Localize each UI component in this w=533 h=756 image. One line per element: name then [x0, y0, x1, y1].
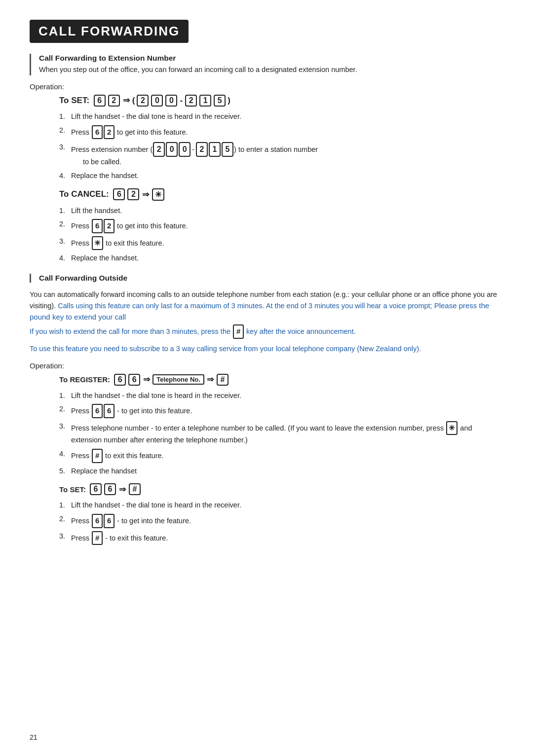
key-6-r2a: 6 [92, 404, 103, 418]
section2-desc-blue: Calls using this feature can only last f… [58, 302, 432, 310]
operation-label-2: Operation: [30, 361, 503, 370]
key-6-s2a: 6 [90, 483, 102, 495]
set2-label: To SET: [59, 485, 88, 494]
step-2-set: 2. Press 62 to get into this feature. [59, 125, 503, 140]
step-4-set: 4. Replace the handset. [59, 171, 503, 181]
step-1-set: 1. Lift the handset - the dial tone is h… [59, 111, 503, 122]
key-hash-reg: # [217, 374, 228, 386]
arrow-set2: ⇒ [119, 484, 126, 495]
cancel-steps-list: 1. Lift the handset. 2. Press 62 to get … [59, 206, 503, 264]
arrow-reg: ⇒ [143, 374, 150, 385]
register-label: To REGISTER: [59, 375, 112, 384]
key-1a: 1 [199, 95, 211, 107]
key-6-ss2a: 6 [92, 514, 103, 528]
arrow-reg2: ⇒ [207, 374, 214, 385]
section2-desc4: To use this feature you need to subscrib… [30, 344, 503, 355]
key-hash-r4: # [92, 449, 103, 463]
page-number: 21 [30, 733, 38, 741]
key-star-r3: ✳ [446, 421, 457, 435]
key-2-cancel: 2 [127, 188, 139, 200]
key-star-c3: ✳ [92, 236, 103, 251]
arrow-set: ⇒ [123, 95, 130, 106]
telephone-no-box: Telephone No. [152, 374, 204, 385]
cancel-label: To CANCEL: [59, 189, 111, 199]
key-0-ext1: 0 [166, 142, 178, 157]
section2-title: Call Forwarding Outside [39, 274, 503, 283]
key-6-ss2b: 6 [104, 514, 114, 528]
reg-step-2: 2. Press 66 - to get into this feature. [59, 404, 503, 418]
set-label: To SET: [59, 96, 92, 106]
section2-desc3: If you wish to extend the call for more … [30, 324, 503, 339]
key-6-s2: 6 [92, 125, 103, 140]
reg-step-3: 3. Press telephone number - to enter a t… [59, 421, 503, 446]
cancel-step-2: 2. Press 62 to get into this feature. [59, 219, 503, 233]
reg-step-1: 1. Lift the handset - the dial tone is h… [59, 391, 503, 401]
key-0a: 0 [151, 95, 163, 107]
set2-steps-list: 1. Lift the handset - the dial tone is h… [59, 500, 503, 545]
key-2-ext: 2 [153, 142, 165, 157]
cancel-step-1: 1. Lift the handset. [59, 206, 503, 216]
register-steps-list: 1. Lift the handset - the dial tone is h… [59, 391, 503, 477]
paren-close: ) [228, 96, 230, 106]
key-star-cancel: ✳ [152, 188, 164, 201]
set2-step-3: 3. Press # - to exit this feature. [59, 531, 503, 545]
arrow-cancel: ⇒ [142, 189, 149, 200]
set2-step-1: 1. Lift the handset - the dial tone is h… [59, 500, 503, 511]
set-operation-line: To SET: 6 2 ⇒ ( 2 0 0 - 2 1 5 ) [59, 95, 503, 107]
key-5-ext: 5 [222, 142, 233, 157]
key-2-c2: 2 [104, 219, 114, 233]
key-5a: 5 [214, 95, 226, 107]
key-2b: 2 [185, 95, 197, 107]
key-2-set: 2 [108, 95, 120, 107]
dash1: - [180, 96, 183, 106]
key-hash-ss3: # [92, 531, 103, 545]
operation-label-1: Operation: [30, 82, 503, 91]
set-steps-list: 1. Lift the handset - the dial tone is h… [59, 111, 503, 181]
key-6-s2b: 6 [104, 483, 116, 495]
key-6-reg1: 6 [114, 374, 126, 386]
step-3-set: 3. Press extension number (200-215) to e… [59, 142, 503, 168]
paren-open: ( [132, 96, 135, 106]
set2-step-2: 2. Press 66 - to get into the feature. [59, 514, 503, 528]
key-6-set: 6 [94, 95, 106, 107]
key-hash-set2: # [129, 483, 141, 495]
key-0-ext2: 0 [179, 142, 190, 157]
key-1-ext: 1 [209, 142, 221, 157]
page-title: CALL FORWARDING [30, 20, 189, 43]
reg-step-5: 5. Replace the handset [59, 466, 503, 477]
key-6-cancel: 6 [113, 188, 125, 200]
key-6-r2b: 6 [104, 404, 114, 418]
section1-title: Call Forwarding to Extension Number [39, 54, 503, 63]
key-2a: 2 [137, 95, 149, 107]
key-6-c2: 6 [92, 219, 103, 233]
register-operation-line: To REGISTER: 6 6 ⇒ Telephone No. ⇒ # [59, 374, 503, 386]
cancel-operation-line: To CANCEL: 6 2 ⇒ ✳ [59, 188, 503, 201]
key-hash-desc: # [233, 324, 244, 339]
cancel-step-4: 4. Replace the handset. [59, 253, 503, 264]
key-2-s2: 2 [104, 125, 114, 140]
cancel-step-3: 3. Press ✳ to exit this feature. [59, 236, 503, 251]
key-0b: 0 [165, 95, 177, 107]
key-6-reg2: 6 [128, 374, 140, 386]
set2-operation-line: To SET: 6 6 ⇒ # [59, 483, 503, 495]
section2-desc1: You can automatically forward incoming c… [30, 289, 503, 323]
reg-step-4: 4. Press # to exit this feature. [59, 449, 503, 463]
section1-desc: When you step out of the office, you can… [39, 65, 503, 75]
key-2-ext2: 2 [196, 142, 208, 157]
